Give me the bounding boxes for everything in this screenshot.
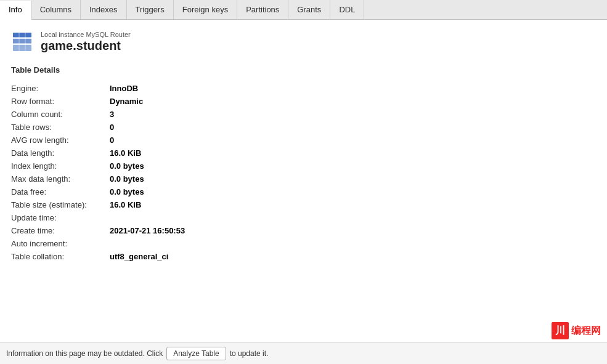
detail-row: Table size (estimate):16.0 KiB xyxy=(11,198,595,211)
detail-label: Index length: xyxy=(11,161,110,171)
instance-label: Local instance MySQL Router xyxy=(41,31,131,38)
detail-row: AVG row length:0 xyxy=(11,134,595,147)
tab-foreign-keys[interactable]: Foreign keys xyxy=(174,0,237,19)
detail-value: 0.0 bytes xyxy=(110,187,144,196)
detail-label: Auto increment: xyxy=(11,239,110,248)
detail-value: 3 xyxy=(110,110,114,119)
detail-value: 16.0 KiB xyxy=(110,200,141,209)
detail-row: Auto increment: xyxy=(11,237,595,250)
footer-message-before: Information on this page may be outdated… xyxy=(6,349,163,358)
detail-row: Data length:16.0 KiB xyxy=(11,147,595,160)
detail-value: Dynamic xyxy=(110,97,143,106)
table-name: game.student xyxy=(41,38,131,53)
detail-label: Data length: xyxy=(11,148,110,158)
svg-rect-1 xyxy=(13,33,31,38)
detail-label: Column count: xyxy=(11,110,110,119)
detail-label: Create time: xyxy=(11,226,110,235)
detail-label: Engine: xyxy=(11,84,110,93)
detail-row: Create time:2021-07-21 16:50:53 xyxy=(11,224,595,237)
section-title: Table Details xyxy=(6,60,595,82)
tab-triggers[interactable]: Triggers xyxy=(127,0,174,19)
tab-ddl[interactable]: DDL xyxy=(330,0,364,19)
detail-value: 0 xyxy=(110,123,114,132)
detail-row: Update time: xyxy=(11,211,595,224)
svg-rect-2 xyxy=(13,39,31,44)
detail-row: Engine:InnoDB xyxy=(11,82,595,95)
tab-grants[interactable]: Grants xyxy=(288,0,330,19)
detail-label: AVG row length: xyxy=(11,135,110,145)
detail-value: InnoDB xyxy=(110,84,138,93)
detail-row: Max data length:0.0 bytes xyxy=(11,172,595,185)
page-header: Local instance MySQL Router game.student xyxy=(6,26,595,60)
detail-row: Column count:3 xyxy=(11,108,595,121)
detail-label: Max data length: xyxy=(11,174,110,184)
detail-row: Data free:0.0 bytes xyxy=(11,185,595,198)
detail-label: Update time: xyxy=(11,213,110,222)
footer-bar: Information on this page may be outdated… xyxy=(0,342,607,364)
watermark: 川 编程网 xyxy=(552,322,601,339)
watermark-icon: 川 xyxy=(552,322,569,339)
watermark-text: 编程网 xyxy=(571,325,601,338)
tab-bar: InfoColumnsIndexesTriggersForeign keysPa… xyxy=(0,0,607,20)
detail-value: 0 xyxy=(110,135,114,145)
detail-row: Row format:Dynamic xyxy=(11,95,595,108)
detail-label: Data free: xyxy=(11,187,110,196)
detail-row: Table collation:utf8_general_ci xyxy=(11,250,595,263)
footer-message-after: to update it. xyxy=(230,349,269,358)
detail-value: 0.0 bytes xyxy=(110,161,144,171)
tab-info[interactable]: Info xyxy=(0,1,31,20)
detail-row: Table rows:0 xyxy=(11,121,595,134)
tab-partitions[interactable]: Partitions xyxy=(237,0,288,19)
header-text: Local instance MySQL Router game.student xyxy=(41,31,131,53)
svg-rect-3 xyxy=(13,45,31,51)
detail-row: Index length:0.0 bytes xyxy=(11,160,595,172)
detail-label: Table collation: xyxy=(11,252,110,261)
main-content: Local instance MySQL Router game.student… xyxy=(0,20,607,342)
detail-value: 16.0 KiB xyxy=(110,148,141,158)
table-icon xyxy=(11,31,33,53)
detail-label: Table rows: xyxy=(11,123,110,132)
detail-label: Table size (estimate): xyxy=(11,200,110,209)
detail-value: utf8_general_ci xyxy=(110,252,168,261)
detail-value: 0.0 bytes xyxy=(110,174,144,184)
tab-columns[interactable]: Columns xyxy=(31,0,81,19)
analyze-table-button[interactable]: Analyze Table xyxy=(166,347,226,360)
detail-label: Row format: xyxy=(11,97,110,106)
details-table: Engine:InnoDBRow format:DynamicColumn co… xyxy=(6,82,595,263)
detail-value: 2021-07-21 16:50:53 xyxy=(110,226,185,235)
tab-indexes[interactable]: Indexes xyxy=(81,0,127,19)
